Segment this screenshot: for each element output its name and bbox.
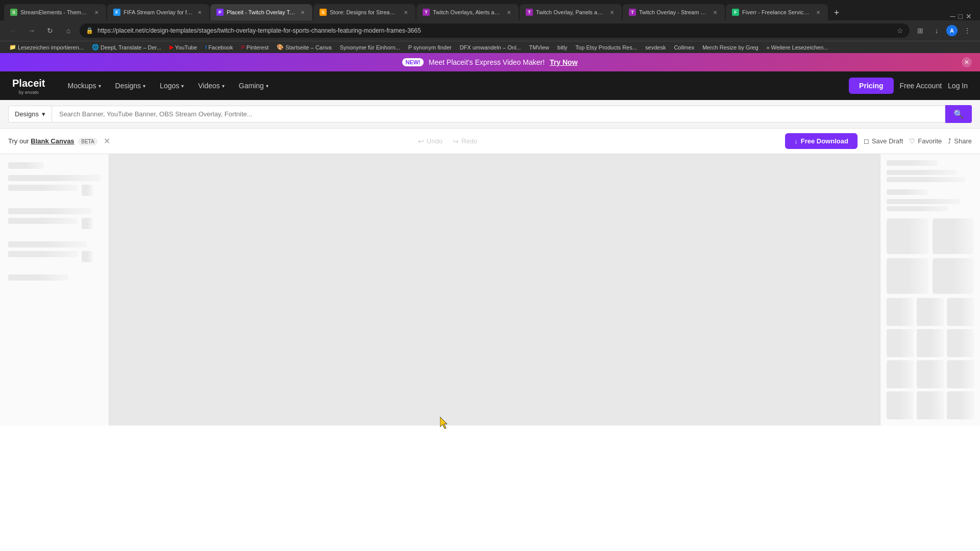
tab-close-3[interactable]: ✕ xyxy=(299,9,306,16)
free-download-button[interactable]: ↓ Free Download xyxy=(785,133,857,149)
nav-gaming[interactable]: Gaming ▾ xyxy=(233,79,275,93)
bookmark-sevdesk[interactable]: sevdesk xyxy=(642,43,669,52)
nav-videos[interactable]: Videos ▾ xyxy=(192,79,231,93)
address-bar[interactable]: 🔒 https://placeit.net/c/design-templates… xyxy=(80,23,910,38)
right-skel-sm-10 xyxy=(887,391,914,419)
bookmark-import[interactable]: 📁 Lesezeichen importieren... xyxy=(6,43,87,52)
right-skel-3col-4 xyxy=(887,391,974,419)
right-skel-sm-4 xyxy=(887,329,914,357)
extensions-icon[interactable]: ⊞ xyxy=(914,24,927,37)
tab-close-8[interactable]: ✕ xyxy=(815,9,822,16)
tab-8[interactable]: F Fiverr - Freelance Services M... ✕ xyxy=(726,4,828,20)
nav-logos[interactable]: Logos ▾ xyxy=(154,79,190,93)
redo-button[interactable]: ↪ Redo xyxy=(453,137,477,145)
tab-3[interactable]: P Placeit - Twitch Overlay Tem... ✕ xyxy=(210,4,312,20)
right-skel-desc-4 xyxy=(887,206,948,211)
maximize-button[interactable]: □ xyxy=(959,12,963,20)
nav-designs[interactable]: Designs ▾ xyxy=(109,79,152,93)
tab-label-4: Store: Designs for Streamers... xyxy=(330,9,399,15)
url-text: https://placeit.net/c/design-templates/s… xyxy=(97,27,893,34)
share-button[interactable]: ⤴ Share xyxy=(948,137,972,145)
tab-2[interactable]: F FIFA Stream Overlay for free... ✕ xyxy=(107,4,209,20)
bookmark-label: Collmex xyxy=(674,44,694,51)
left-panel-group-2 xyxy=(8,208,101,229)
synonym-icon: P xyxy=(408,44,412,51)
nav-mockups-arrow: ▾ xyxy=(99,83,101,89)
free-account-button[interactable]: Free Account xyxy=(900,82,942,90)
pricing-button[interactable]: Pricing xyxy=(849,78,893,94)
bookmark-more[interactable]: » Weitere Lesezeichen... xyxy=(764,43,831,52)
deepl-icon: 🌐 xyxy=(92,44,99,51)
save-draft-button[interactable]: ◻ Save Draft xyxy=(864,137,903,145)
banner-close-button[interactable]: ✕ xyxy=(962,57,972,67)
tab-1[interactable]: S StreamElements - Themes g... ✕ xyxy=(4,4,106,20)
login-button[interactable]: Log In xyxy=(948,82,968,90)
bookmark-canva[interactable]: 🎨 Startseite – Canva xyxy=(274,43,335,52)
bookmark-youtube[interactable]: ▶ YouTube xyxy=(166,43,200,52)
tab-close-1[interactable]: ✕ xyxy=(93,9,100,16)
bookmark-facebook[interactable]: f Facebook xyxy=(202,43,236,52)
right-skel-sm-9 xyxy=(947,360,974,388)
tab-close-7[interactable]: ✕ xyxy=(712,9,719,16)
search-button[interactable]: 🔍 xyxy=(945,105,972,123)
logo[interactable]: Placeit by envato xyxy=(12,77,45,95)
tab-close-2[interactable]: ✕ xyxy=(196,9,203,16)
tab-favicon-1: S xyxy=(10,9,17,16)
home-button[interactable]: ⌂ xyxy=(61,23,76,38)
blank-canvas-link[interactable]: Blank Canvas xyxy=(31,137,74,145)
bookmark-merch[interactable]: Merch Resize by Greg xyxy=(699,43,761,52)
tab-4[interactable]: S Store: Designs for Streamers... ✕ xyxy=(313,4,415,20)
profile-button[interactable]: A xyxy=(946,25,958,36)
toolbar-close-button[interactable]: ✕ xyxy=(104,136,110,146)
tab-close-4[interactable]: ✕ xyxy=(402,9,409,16)
nav-gaming-label: Gaming xyxy=(239,82,264,90)
bookmark-pinterest[interactable]: P Pinterest xyxy=(238,43,272,52)
tab-5[interactable]: T Twitch Overlays, Alerts and G... ✕ xyxy=(416,4,519,20)
bookmark-dfx[interactable]: DFX umwandeln – Onl... xyxy=(457,43,524,52)
back-button[interactable]: ← xyxy=(6,23,20,38)
bookmarks-bar: 📁 Lesezeichen importieren... 🌐 DeepL Tra… xyxy=(0,41,980,53)
download-icon[interactable]: ↓ xyxy=(930,24,943,37)
bookmark-label: Synonyme für Einhorn... xyxy=(340,44,400,51)
bookmark-synonym-finder[interactable]: P synonym finder xyxy=(405,43,455,52)
tab-favicon-4: S xyxy=(320,9,327,16)
tab-label-6: Twitch Overlay, Panels and Y... xyxy=(536,9,605,15)
tab-label-8: Fiverr - Freelance Services M... xyxy=(742,9,812,15)
right-skel-2col-2 xyxy=(887,258,974,294)
forward-button[interactable]: → xyxy=(24,23,39,38)
main-content xyxy=(0,154,980,425)
right-skel-3col-2 xyxy=(887,329,974,357)
search-input[interactable] xyxy=(52,106,945,122)
tab-bar: S StreamElements - Themes g... ✕ F FIFA … xyxy=(0,0,980,20)
new-tab-button[interactable]: + xyxy=(829,5,844,20)
settings-icon[interactable]: ⋮ xyxy=(961,24,974,37)
skeleton-row-5 xyxy=(8,241,87,247)
try-now-link[interactable]: Try Now xyxy=(550,58,577,66)
favorite-button[interactable]: ♡ Favorite xyxy=(909,137,942,145)
bookmark-tmview[interactable]: TMView xyxy=(526,43,553,52)
star-icon[interactable]: ☆ xyxy=(897,27,903,35)
tab-7[interactable]: T Twitch Overlay - Stream Ov... ✕ xyxy=(623,4,725,20)
nav-videos-label: Videos xyxy=(198,82,220,90)
close-window-button[interactable]: ✕ xyxy=(966,12,972,20)
tab-close-6[interactable]: ✕ xyxy=(608,9,616,16)
refresh-button[interactable]: ↻ xyxy=(43,23,57,38)
tab-favicon-7: T xyxy=(629,9,636,16)
undo-label: Undo xyxy=(427,137,443,145)
bookmark-bitly[interactable]: bitly xyxy=(554,43,571,52)
bookmark-synonyme[interactable]: Synonyme für Einhorn... xyxy=(337,43,403,52)
tab-close-5[interactable]: ✕ xyxy=(505,9,512,16)
nav-mockups[interactable]: Mockups ▾ xyxy=(61,79,107,93)
bookmark-deepl[interactable]: 🌐 DeepL Translate – Der... xyxy=(89,43,164,52)
bookmark-folder-icon: 📁 xyxy=(9,44,16,51)
editor-toolbar: Try our Blank Canvas BETA ✕ ↩ Undo ↪ Red… xyxy=(0,129,980,154)
right-skel-3col-3 xyxy=(887,360,974,388)
tab-6[interactable]: T Twitch Overlay, Panels and Y... ✕ xyxy=(520,4,622,20)
bookmark-collmex[interactable]: Collmex xyxy=(671,43,697,52)
search-category-dropdown[interactable]: Designs ▾ xyxy=(8,106,52,122)
bookmark-etsy[interactable]: Top Etsy Products Res... xyxy=(573,43,640,52)
minimize-button[interactable]: ─ xyxy=(950,12,955,20)
tab-favicon-2: F xyxy=(113,9,120,16)
lock-icon: 🔒 xyxy=(86,27,93,34)
undo-button[interactable]: ↩ Undo xyxy=(418,137,443,145)
